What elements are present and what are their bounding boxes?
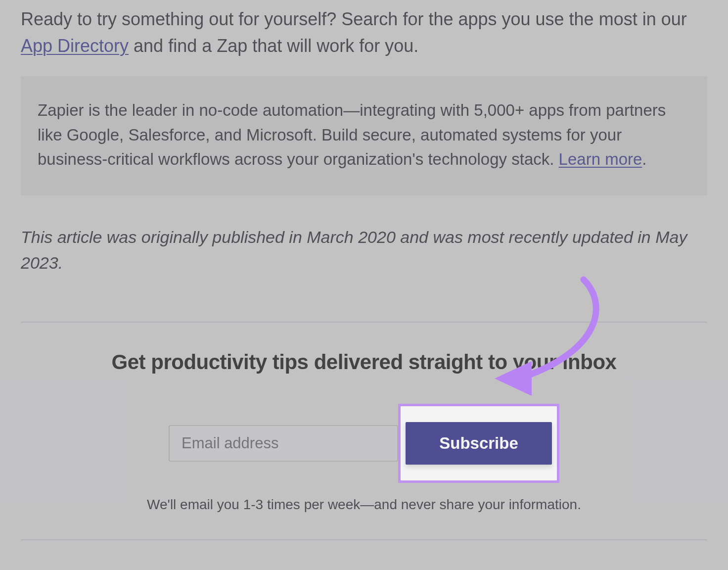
article-content: Ready to try something out for yourself?… <box>0 0 728 540</box>
callout-text-after: . <box>642 150 646 168</box>
subscribe-section: Get productivity tips delivered straight… <box>21 323 707 513</box>
subscribe-highlight-box: Subscribe <box>398 404 559 483</box>
learn-more-link[interactable]: Learn more <box>559 150 642 168</box>
callout-text: Zapier is the leader in no-code automati… <box>38 98 690 172</box>
divider-bottom <box>21 539 707 540</box>
email-input[interactable] <box>169 425 398 462</box>
intro-paragraph: Ready to try something out for yourself?… <box>21 6 707 59</box>
publication-note: This article was originally published in… <box>21 224 707 276</box>
subscribe-heading: Get productivity tips delivered straight… <box>21 350 707 374</box>
intro-text-before: Ready to try something out for yourself?… <box>21 9 687 29</box>
intro-text-after: and find a Zap that will work for you. <box>129 36 418 56</box>
app-directory-link[interactable]: App Directory <box>21 36 129 56</box>
subscribe-button[interactable]: Subscribe <box>406 422 552 465</box>
subscribe-form: Subscribe <box>21 404 707 483</box>
callout-box: Zapier is the leader in no-code automati… <box>21 76 707 195</box>
subscribe-caption: We'll email you 1-3 times per week—and n… <box>21 497 707 513</box>
